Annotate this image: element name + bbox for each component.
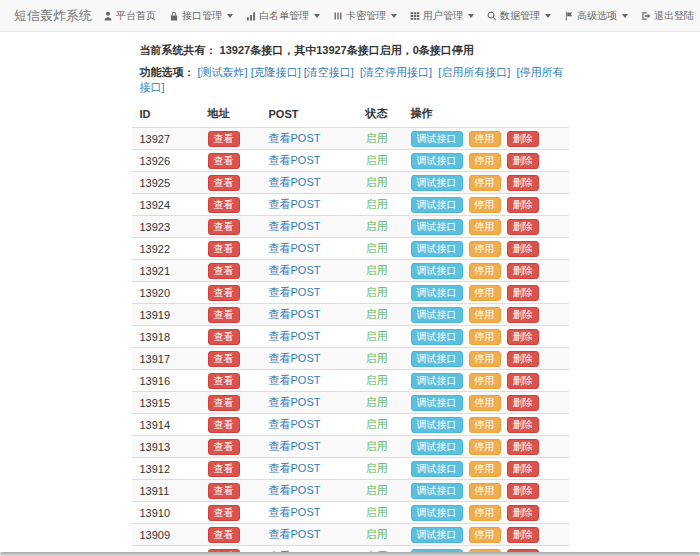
debug-interface-button[interactable]: 调试接口 bbox=[411, 153, 463, 169]
status-enabled-link[interactable]: 启用 bbox=[366, 330, 388, 342]
delete-button[interactable]: 删除 bbox=[507, 197, 539, 213]
debug-interface-button[interactable]: 调试接口 bbox=[411, 285, 463, 301]
status-enabled-link[interactable]: 启用 bbox=[366, 132, 388, 144]
nav-item-logout[interactable]: 退出登陆 bbox=[641, 9, 694, 23]
view-post-link[interactable]: 查看POST bbox=[269, 176, 321, 188]
view-address-button[interactable]: 查看 bbox=[208, 175, 240, 191]
disable-button[interactable]: 停用 bbox=[469, 241, 501, 257]
status-enabled-link[interactable]: 启用 bbox=[366, 286, 388, 298]
debug-interface-button[interactable]: 调试接口 bbox=[411, 197, 463, 213]
status-enabled-link[interactable]: 启用 bbox=[366, 308, 388, 320]
view-address-button[interactable]: 查看 bbox=[208, 417, 240, 433]
disable-button[interactable]: 停用 bbox=[469, 505, 501, 521]
delete-button[interactable]: 删除 bbox=[507, 461, 539, 477]
debug-interface-button[interactable]: 调试接口 bbox=[411, 241, 463, 257]
delete-button[interactable]: 删除 bbox=[507, 219, 539, 235]
debug-interface-button[interactable]: 调试接口 bbox=[411, 439, 463, 455]
disable-button[interactable]: 停用 bbox=[469, 417, 501, 433]
disable-button[interactable]: 停用 bbox=[469, 461, 501, 477]
view-post-link[interactable]: 查看POST bbox=[269, 506, 321, 518]
view-post-link[interactable]: 查看POST bbox=[269, 264, 321, 276]
debug-interface-button[interactable]: 调试接口 bbox=[411, 461, 463, 477]
view-post-link[interactable]: 查看POST bbox=[269, 418, 321, 430]
disable-button[interactable]: 停用 bbox=[469, 197, 501, 213]
nav-item-interface-management[interactable]: 接口管理 bbox=[169, 9, 233, 23]
status-enabled-link[interactable]: 启用 bbox=[366, 396, 388, 408]
status-enabled-link[interactable]: 启用 bbox=[366, 528, 388, 540]
disable-button[interactable]: 停用 bbox=[469, 373, 501, 389]
view-address-button[interactable]: 查看 bbox=[208, 461, 240, 477]
view-post-link[interactable]: 查看POST bbox=[269, 462, 321, 474]
disable-button[interactable]: 停用 bbox=[469, 175, 501, 191]
test-bomb-link[interactable]: [测试轰炸] bbox=[198, 66, 248, 78]
debug-interface-button[interactable]: 调试接口 bbox=[411, 483, 463, 499]
delete-button[interactable]: 删除 bbox=[507, 175, 539, 191]
delete-button[interactable]: 删除 bbox=[507, 439, 539, 455]
view-post-link[interactable]: 查看POST bbox=[269, 286, 321, 298]
view-address-button[interactable]: 查看 bbox=[208, 197, 240, 213]
delete-button[interactable]: 删除 bbox=[507, 307, 539, 323]
status-enabled-link[interactable]: 启用 bbox=[366, 352, 388, 364]
status-enabled-link[interactable]: 启用 bbox=[366, 506, 388, 518]
view-post-link[interactable]: 查看POST bbox=[269, 132, 321, 144]
debug-interface-button[interactable]: 调试接口 bbox=[411, 373, 463, 389]
clear-interface-link[interactable]: [清空接口] bbox=[304, 66, 354, 78]
disable-button[interactable]: 停用 bbox=[469, 483, 501, 499]
disable-button[interactable]: 停用 bbox=[469, 131, 501, 147]
status-enabled-link[interactable]: 启用 bbox=[366, 440, 388, 452]
disable-button[interactable]: 停用 bbox=[469, 219, 501, 235]
view-address-button[interactable]: 查看 bbox=[208, 439, 240, 455]
debug-interface-button[interactable]: 调试接口 bbox=[411, 329, 463, 345]
view-address-button[interactable]: 查看 bbox=[208, 329, 240, 345]
view-address-button[interactable]: 查看 bbox=[208, 483, 240, 499]
nav-item-user-management[interactable]: 用户管理 bbox=[410, 9, 474, 23]
delete-button[interactable]: 删除 bbox=[507, 153, 539, 169]
view-address-button[interactable]: 查看 bbox=[208, 527, 240, 543]
debug-interface-button[interactable]: 调试接口 bbox=[411, 307, 463, 323]
nav-item-advanced-options[interactable]: 高级选项 bbox=[564, 9, 628, 23]
disable-button[interactable]: 停用 bbox=[469, 527, 501, 543]
disable-button[interactable]: 停用 bbox=[469, 285, 501, 301]
view-address-button[interactable]: 查看 bbox=[208, 351, 240, 367]
view-post-link[interactable]: 查看POST bbox=[269, 198, 321, 210]
view-address-button[interactable]: 查看 bbox=[208, 153, 240, 169]
view-post-link[interactable]: 查看POST bbox=[269, 352, 321, 364]
status-enabled-link[interactable]: 启用 bbox=[366, 462, 388, 474]
clone-interface-link[interactable]: [克隆接口] bbox=[251, 66, 301, 78]
view-address-button[interactable]: 查看 bbox=[208, 505, 240, 521]
nav-item-data-management[interactable]: 数据管理 bbox=[487, 9, 551, 23]
nav-item-whitelist-management[interactable]: 白名单管理 bbox=[246, 9, 320, 23]
delete-button[interactable]: 删除 bbox=[507, 131, 539, 147]
disable-button[interactable]: 停用 bbox=[469, 263, 501, 279]
delete-button[interactable]: 删除 bbox=[507, 241, 539, 257]
delete-button[interactable]: 删除 bbox=[507, 285, 539, 301]
status-enabled-link[interactable]: 启用 bbox=[366, 154, 388, 166]
enable-all-link[interactable]: [启用所有接口] bbox=[438, 66, 510, 78]
debug-interface-button[interactable]: 调试接口 bbox=[411, 175, 463, 191]
brand-title[interactable]: 短信轰炸系统 bbox=[14, 7, 92, 25]
disable-button[interactable]: 停用 bbox=[469, 439, 501, 455]
disable-button[interactable]: 停用 bbox=[469, 307, 501, 323]
disable-button[interactable]: 停用 bbox=[469, 329, 501, 345]
view-post-link[interactable]: 查看POST bbox=[269, 374, 321, 386]
view-address-button[interactable]: 查看 bbox=[208, 219, 240, 235]
debug-interface-button[interactable]: 调试接口 bbox=[411, 219, 463, 235]
status-enabled-link[interactable]: 启用 bbox=[366, 220, 388, 232]
status-enabled-link[interactable]: 启用 bbox=[366, 484, 388, 496]
view-address-button[interactable]: 查看 bbox=[208, 285, 240, 301]
status-enabled-link[interactable]: 启用 bbox=[366, 418, 388, 430]
debug-interface-button[interactable]: 调试接口 bbox=[411, 395, 463, 411]
nav-item-platform-home[interactable]: 平台首页 bbox=[103, 9, 156, 23]
view-post-link[interactable]: 查看POST bbox=[269, 154, 321, 166]
disable-button[interactable]: 停用 bbox=[469, 395, 501, 411]
debug-interface-button[interactable]: 调试接口 bbox=[411, 527, 463, 543]
clear-disabled-link[interactable]: [清空停用接口] bbox=[360, 66, 432, 78]
view-post-link[interactable]: 查看POST bbox=[269, 484, 321, 496]
delete-button[interactable]: 删除 bbox=[507, 505, 539, 521]
debug-interface-button[interactable]: 调试接口 bbox=[411, 505, 463, 521]
nav-item-card-key-management[interactable]: 卡密管理 bbox=[333, 9, 397, 23]
status-enabled-link[interactable]: 启用 bbox=[366, 374, 388, 386]
status-enabled-link[interactable]: 启用 bbox=[366, 264, 388, 276]
debug-interface-button[interactable]: 调试接口 bbox=[411, 263, 463, 279]
delete-button[interactable]: 删除 bbox=[507, 417, 539, 433]
